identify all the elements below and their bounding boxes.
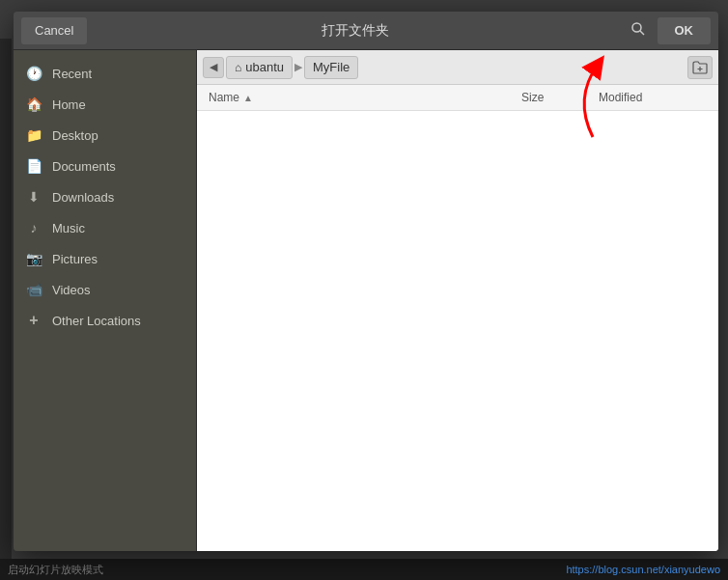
path-bar: ◀ ⌂ ubantu ▶ MyFile: [197, 50, 718, 85]
downloads-icon: ⬇: [25, 188, 42, 206]
sidebar-item-label-home: Home: [52, 97, 86, 112]
sidebar-item-home[interactable]: 🏠 Home: [14, 89, 196, 120]
cancel-button[interactable]: Cancel: [21, 17, 87, 44]
music-icon: ♪: [25, 219, 42, 236]
documents-icon: 📄: [25, 157, 42, 175]
file-list-body: [197, 111, 718, 551]
sidebar-item-label-recent: Recent: [52, 67, 92, 81]
search-icon: [630, 21, 646, 37]
myfile-path-segment[interactable]: MyFile: [304, 56, 358, 79]
sidebar-item-other-locations[interactable]: + Other Locations: [14, 305, 196, 336]
bottom-bar-left-text: 启动幻灯片放映模式: [8, 563, 103, 577]
column-modified-label: Modified: [599, 91, 642, 104]
column-size[interactable]: Size: [518, 89, 595, 106]
sidebar-item-documents[interactable]: 📄 Documents: [14, 151, 196, 181]
sidebar: 🕐 Recent 🏠 Home 📁 Desktop 📄 Documents ⬇ …: [14, 50, 197, 551]
sidebar-item-label-desktop: Desktop: [52, 128, 98, 143]
svg-line-1: [640, 31, 644, 35]
sidebar-item-label-downloads: Downloads: [52, 190, 114, 205]
desktop-icon: 📁: [25, 126, 42, 144]
recent-icon: 🕐: [25, 65, 42, 82]
pictures-icon: 📷: [25, 250, 42, 267]
column-name[interactable]: Name ▲: [205, 89, 518, 106]
videos-icon: 📹: [25, 281, 42, 298]
sidebar-item-pictures[interactable]: 📷 Pictures: [14, 243, 196, 274]
title-bar: Cancel 打开文件夹 OK: [14, 12, 718, 50]
home-path-label: ubantu: [245, 60, 284, 74]
other-locations-icon: +: [25, 312, 42, 329]
ok-button[interactable]: OK: [658, 17, 712, 44]
sidebar-item-downloads[interactable]: ⬇ Downloads: [14, 181, 196, 212]
sidebar-item-label-pictures: Pictures: [52, 252, 98, 266]
column-name-label: Name: [209, 91, 239, 104]
back-button[interactable]: ◀: [203, 57, 224, 78]
home-icon: 🏠: [25, 96, 42, 113]
sidebar-item-label-documents: Documents: [52, 159, 116, 174]
dialog-body: 🕐 Recent 🏠 Home 📁 Desktop 📄 Documents ⬇ …: [14, 50, 718, 551]
svg-point-0: [632, 23, 641, 32]
open-folder-dialog: Cancel 打开文件夹 OK 🕐 Recent 🏠 Home: [14, 12, 718, 551]
sidebar-item-recent[interactable]: 🕐 Recent: [14, 58, 196, 89]
title-bar-actions: OK: [625, 17, 712, 44]
dialog-title: 打开文件夹: [87, 22, 624, 40]
file-list-header: Name ▲ Size Modified: [197, 85, 718, 111]
sidebar-item-music[interactable]: ♪ Music: [14, 212, 196, 243]
back-arrow-icon: ◀: [210, 61, 217, 73]
sidebar-item-label-music: Music: [52, 221, 85, 235]
column-modified[interactable]: Modified: [595, 89, 711, 106]
path-separator: ▶: [294, 61, 302, 73]
path-bar-right: [687, 56, 713, 79]
side-strip: [0, 39, 12, 559]
column-size-label: Size: [521, 91, 544, 104]
new-folder-button[interactable]: [687, 56, 713, 79]
sidebar-item-videos[interactable]: 📹 Videos: [14, 274, 196, 305]
main-content-area: ◀ ⌂ ubantu ▶ MyFile: [197, 50, 718, 551]
bottom-bar: 启动幻灯片放映模式 https://blog.csun.net/xianyude…: [0, 559, 728, 580]
home-path-icon: ⌂: [235, 61, 241, 74]
home-path-segment[interactable]: ⌂ ubantu: [226, 56, 293, 79]
bottom-bar-right-text: https://blog.csun.net/xianyudewo: [566, 564, 720, 575]
sidebar-item-label-other-locations: Other Locations: [52, 314, 141, 328]
myfile-path-label: MyFile: [313, 60, 350, 74]
sort-arrow-icon: ▲: [243, 93, 253, 103]
new-folder-icon: [692, 61, 708, 74]
sidebar-item-label-videos: Videos: [52, 283, 91, 297]
sidebar-item-desktop[interactable]: 📁 Desktop: [14, 120, 196, 151]
search-button[interactable]: [625, 17, 652, 44]
